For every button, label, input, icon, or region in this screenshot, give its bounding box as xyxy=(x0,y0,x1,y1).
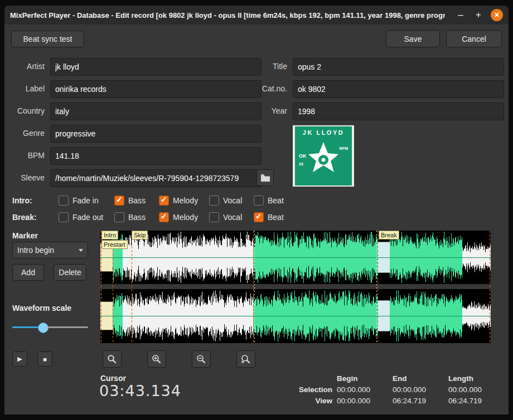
selection-length-value: 00:00.000 xyxy=(448,384,504,395)
checkbox-indicator[interactable] xyxy=(209,196,219,206)
stop-button[interactable]: ■ xyxy=(37,351,52,367)
times-table: Begin End Length Selection 00:00.000 00:… xyxy=(290,373,504,407)
label-field[interactable] xyxy=(50,80,262,98)
slider-handle[interactable] xyxy=(38,323,49,333)
checkbox-indicator[interactable] xyxy=(59,212,69,222)
times-header-length: Length xyxy=(448,373,504,384)
checkbox-label: Fade out xyxy=(72,213,103,222)
checkbox-break-vocal[interactable]: Vocal xyxy=(209,212,242,222)
checkbox-label: Vocal xyxy=(223,213,242,222)
svg-text:JK LLOYD: JK LLOYD xyxy=(303,129,344,136)
year-field[interactable] xyxy=(293,102,504,120)
minimize-button[interactable]: – xyxy=(455,9,466,21)
break-row-label: Break: xyxy=(12,213,37,222)
window-title: MixPerfect Player - Database - Edit reco… xyxy=(10,11,445,19)
checkbox-break-beat[interactable]: Beat xyxy=(254,212,284,222)
delete-marker-button[interactable]: Delete xyxy=(54,264,86,281)
waveform-display[interactable]: Intro Skip Prestart Break xyxy=(100,231,491,343)
folder-icon xyxy=(260,174,270,182)
times-header-end: End xyxy=(393,373,448,384)
waveform-marker-intro[interactable]: Intro xyxy=(101,231,118,240)
zoom-selection-button[interactable] xyxy=(103,350,122,368)
zoom-selection-icon xyxy=(107,354,118,365)
artist-field[interactable] xyxy=(50,58,262,76)
title-label: Title xyxy=(239,58,287,75)
bpm-field[interactable] xyxy=(50,147,262,165)
checkbox-label: Beat xyxy=(268,213,284,222)
marker-select-value: Intro begin xyxy=(17,246,54,255)
zoom-in-button[interactable] xyxy=(147,350,166,368)
checkbox-break-melody[interactable]: Melody xyxy=(159,212,198,222)
selection-end-value: 00:00.000 xyxy=(393,384,448,395)
times-corner xyxy=(290,373,337,384)
cancel-button[interactable]: Cancel xyxy=(446,30,502,47)
stop-icon: ■ xyxy=(43,356,47,363)
zoom-in-icon xyxy=(151,354,162,365)
checkbox-label: Melody xyxy=(173,213,198,222)
label-label: Label xyxy=(4,80,45,97)
checkbox-break-fade-out[interactable]: Fade out xyxy=(59,212,103,222)
save-button[interactable]: Save xyxy=(386,30,440,47)
checkbox-intro-melody[interactable]: Melody xyxy=(159,196,198,206)
titlebar[interactable]: MixPerfect Player - Database - Edit reco… xyxy=(4,6,509,25)
view-length-value: 06:24.719 xyxy=(448,395,504,407)
checkbox-break-bass[interactable]: Bass xyxy=(114,212,146,222)
app-window: MixPerfect Player - Database - Edit reco… xyxy=(4,6,509,414)
sleeve-image: JK LLOYD OK RPM 33 xyxy=(293,125,354,187)
checkbox-indicator[interactable] xyxy=(59,196,69,206)
sleeve-label: Sleeve xyxy=(4,169,45,186)
beat-sync-test-button[interactable]: Beat sync test xyxy=(11,31,84,47)
checkbox-indicator[interactable] xyxy=(159,212,169,222)
selection-begin-value: 00:00.000 xyxy=(337,384,393,395)
cursor-time: 03:43.134 xyxy=(99,382,181,399)
checkbox-intro-vocal[interactable]: Vocal xyxy=(209,196,242,206)
zoom-out-button[interactable] xyxy=(192,350,211,368)
country-label: Country xyxy=(4,102,45,119)
checkbox-label: Melody xyxy=(173,196,198,205)
checkbox-indicator[interactable] xyxy=(159,196,169,206)
checkbox-label: Vocal xyxy=(223,196,242,205)
play-button[interactable]: ▶ xyxy=(12,351,27,367)
catno-field[interactable] xyxy=(293,80,504,98)
country-field[interactable] xyxy=(50,102,262,120)
checkbox-indicator[interactable] xyxy=(254,196,264,206)
times-header-begin: Begin xyxy=(337,373,393,384)
waveform-scale-slider[interactable] xyxy=(12,322,88,332)
checkbox-intro-bass[interactable]: Bass xyxy=(114,196,146,206)
chevron-down-icon xyxy=(79,249,83,252)
waveform-marker-prestart[interactable]: Prestart xyxy=(101,240,128,249)
catno-label: Cat.no. xyxy=(239,80,287,97)
bpm-label: BPM xyxy=(4,147,45,164)
add-marker-button[interactable]: Add xyxy=(12,264,44,281)
waveform-marker-break[interactable]: Break xyxy=(379,231,399,240)
checkbox-intro-beat[interactable]: Beat xyxy=(254,196,284,206)
title-field[interactable] xyxy=(293,58,504,76)
marker-select[interactable]: Intro begin xyxy=(12,242,88,258)
waveform-canvas[interactable] xyxy=(100,231,491,343)
cursor-label: Cursor xyxy=(100,374,126,383)
svg-text:33: 33 xyxy=(299,162,303,166)
svg-text:OK: OK xyxy=(299,153,307,159)
plus-button[interactable]: + xyxy=(473,9,484,21)
view-begin-value: 00:00.000 xyxy=(337,395,393,407)
sleeve-path-field[interactable] xyxy=(50,169,262,187)
checkbox-label: Beat xyxy=(268,196,284,205)
artist-label: Artist xyxy=(4,58,45,75)
genre-field[interactable] xyxy=(50,125,262,143)
waveform-marker-skip[interactable]: Skip xyxy=(132,231,148,240)
checkbox-indicator[interactable] xyxy=(254,212,264,222)
checkbox-indicator[interactable] xyxy=(209,212,219,222)
checkbox-indicator[interactable] xyxy=(114,196,124,206)
intro-row-label: Intro: xyxy=(12,196,32,205)
close-button[interactable]: ✕ xyxy=(491,9,503,21)
browse-sleeve-button[interactable] xyxy=(256,169,274,186)
year-label: Year xyxy=(239,102,287,119)
marker-section-title: Marker xyxy=(12,231,38,240)
checkbox-intro-fade-in[interactable]: Fade in xyxy=(59,196,99,206)
genre-label: Genre xyxy=(4,125,45,141)
play-icon: ▶ xyxy=(17,355,22,363)
checkbox-indicator[interactable] xyxy=(114,212,124,222)
zoom-all-button[interactable] xyxy=(236,350,255,368)
checkbox-label: Bass xyxy=(128,196,146,205)
zoom-out-icon xyxy=(196,354,207,365)
